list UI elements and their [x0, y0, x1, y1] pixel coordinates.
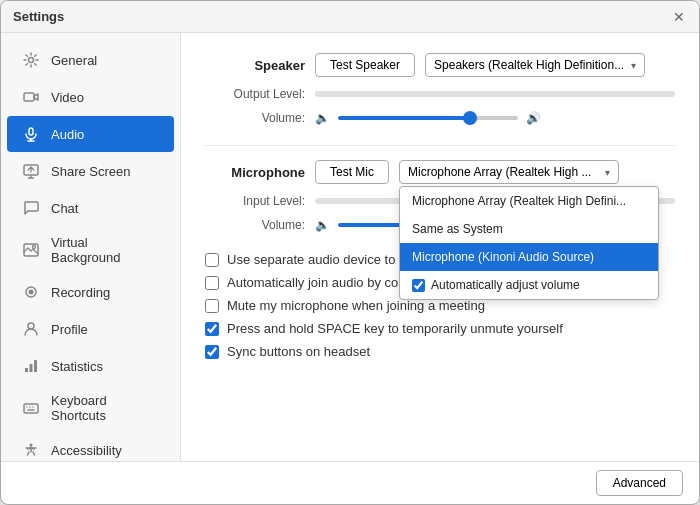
output-level-bar-container	[315, 91, 675, 97]
chat-icon	[21, 198, 41, 218]
chevron-down-icon: ▾	[631, 60, 636, 71]
speaker-dropdown[interactable]: Speakers (Realtek High Definition... ▾	[425, 53, 645, 77]
test-mic-button[interactable]: Test Mic	[315, 160, 389, 184]
checkbox-row-2: Mute my microphone when joining a meetin…	[205, 298, 675, 313]
sidebar: General Video	[1, 33, 181, 461]
sidebar-item-statistics[interactable]: Statistics	[7, 348, 174, 384]
svg-point-12	[28, 323, 34, 329]
mic-volume-low-icon: 🔈	[315, 218, 330, 232]
checkbox-label-2: Mute my microphone when joining a meetin…	[227, 298, 485, 313]
close-button[interactable]: ✕	[671, 9, 687, 25]
svg-rect-15	[34, 360, 37, 372]
microphone-row: Microphone Test Mic Microphone Array (Re…	[205, 160, 675, 184]
svg-rect-1	[24, 93, 34, 101]
microphone-section: Microphone Test Mic Microphone Array (Re…	[205, 160, 675, 232]
mic-option-0[interactable]: Microphone Array (Realtek High Defini...	[400, 187, 658, 215]
keyboard-icon	[21, 398, 41, 418]
audio-icon	[21, 124, 41, 144]
sidebar-label-recording: Recording	[51, 285, 110, 300]
settings-window: Settings ✕ General	[0, 0, 700, 505]
sidebar-label-general: General	[51, 53, 97, 68]
footer: Advanced	[1, 461, 699, 504]
checkbox-separate-audio[interactable]	[205, 253, 219, 267]
test-speaker-button[interactable]: Test Speaker	[315, 53, 415, 77]
main-panel: Speaker Test Speaker Speakers (Realtek H…	[181, 33, 699, 461]
checkbox-row-4: Sync buttons on headset	[205, 344, 675, 359]
svg-point-11	[29, 290, 34, 295]
sidebar-item-audio[interactable]: Audio	[7, 116, 174, 152]
svg-point-21	[30, 444, 33, 447]
sidebar-label-audio: Audio	[51, 127, 84, 142]
sidebar-item-keyboard[interactable]: Keyboard Shortcuts	[7, 385, 174, 431]
sidebar-label-stats: Statistics	[51, 359, 103, 374]
mic-chevron-down-icon: ▾	[605, 167, 610, 178]
mic-option-2[interactable]: Microphone (Kinoni Audio Source)	[400, 243, 658, 271]
volume-high-icon: 🔊	[526, 111, 541, 125]
svg-rect-16	[24, 404, 38, 413]
mic-dropdown-menu: Microphone Array (Realtek High Defini...…	[399, 186, 659, 300]
mic-dropdown-wrapper: Microphone Array (Realtek High ... ▾ Mic…	[399, 160, 619, 184]
microphone-label: Microphone	[205, 165, 305, 180]
checkbox-sync-buttons[interactable]	[205, 345, 219, 359]
speaker-device-text: Speakers (Realtek High Definition...	[434, 58, 625, 72]
auto-adjust-label: Automatically adjust volume	[431, 278, 580, 292]
checkbox-row-3: Press and hold SPACE key to temporarily …	[205, 321, 675, 336]
auto-adjust-row[interactable]: Automatically adjust volume	[400, 271, 658, 299]
sidebar-label-keyboard: Keyboard Shortcuts	[51, 393, 160, 423]
speaker-volume-row: Volume: 🔈 🔊	[205, 111, 675, 125]
mic-option-1[interactable]: Same as System	[400, 215, 658, 243]
sidebar-label-vbg: Virtual Background	[51, 235, 160, 265]
auto-adjust-checkbox[interactable]	[412, 279, 425, 292]
svg-rect-13	[25, 368, 28, 372]
mic-dropdown[interactable]: Microphone Array (Realtek High ... ▾	[399, 160, 619, 184]
virtual-background-icon	[21, 240, 41, 260]
sidebar-item-chat[interactable]: Chat	[7, 190, 174, 226]
titlebar: Settings ✕	[1, 1, 699, 33]
sidebar-label-chat: Chat	[51, 201, 78, 216]
sidebar-item-video[interactable]: Video	[7, 79, 174, 115]
checkbox-mute-mic[interactable]	[205, 299, 219, 313]
sidebar-item-recording[interactable]: Recording	[7, 274, 174, 310]
sidebar-label-video: Video	[51, 90, 84, 105]
svg-point-9	[33, 246, 36, 249]
sidebar-item-profile[interactable]: Profile	[7, 311, 174, 347]
accessibility-icon	[21, 440, 41, 460]
output-level-bar	[315, 91, 675, 97]
sidebar-item-share-screen[interactable]: Share Screen	[7, 153, 174, 189]
checkbox-auto-join[interactable]	[205, 276, 219, 290]
speaker-section: Speaker Test Speaker Speakers (Realtek H…	[205, 53, 675, 125]
output-level-label: Output Level:	[205, 87, 305, 101]
speaker-row: Speaker Test Speaker Speakers (Realtek H…	[205, 53, 675, 77]
recording-icon	[21, 282, 41, 302]
checkbox-label-3: Press and hold SPACE key to temporarily …	[227, 321, 563, 336]
speaker-label: Speaker	[205, 58, 305, 73]
volume-slider-container: 🔈 🔊	[315, 111, 675, 125]
mic-device-text: Microphone Array (Realtek High ...	[408, 165, 599, 179]
advanced-button[interactable]: Advanced	[596, 470, 683, 496]
sidebar-label-profile: Profile	[51, 322, 88, 337]
sidebar-item-accessibility[interactable]: Accessibility	[7, 432, 174, 461]
checkbox-label-4: Sync buttons on headset	[227, 344, 370, 359]
mic-volume-label: Volume:	[205, 218, 305, 232]
share-screen-icon	[21, 161, 41, 181]
volume-low-icon: 🔈	[315, 111, 330, 125]
profile-icon	[21, 319, 41, 339]
svg-rect-2	[29, 128, 33, 135]
sidebar-label-share: Share Screen	[51, 164, 131, 179]
volume-slider[interactable]	[338, 116, 518, 120]
main-content: General Video	[1, 33, 699, 461]
statistics-icon	[21, 356, 41, 376]
svg-point-0	[29, 58, 34, 63]
volume-label: Volume:	[205, 111, 305, 125]
output-level-row: Output Level:	[205, 87, 675, 101]
sidebar-item-general[interactable]: General	[7, 42, 174, 78]
checkbox-press-space[interactable]	[205, 322, 219, 336]
input-level-label: Input Level:	[205, 194, 305, 208]
window-title: Settings	[13, 9, 64, 24]
svg-rect-14	[30, 364, 33, 372]
gear-icon	[21, 50, 41, 70]
sidebar-item-virtual-background[interactable]: Virtual Background	[7, 227, 174, 273]
sidebar-label-accessibility: Accessibility	[51, 443, 122, 458]
video-icon	[21, 87, 41, 107]
section-divider	[205, 145, 675, 146]
